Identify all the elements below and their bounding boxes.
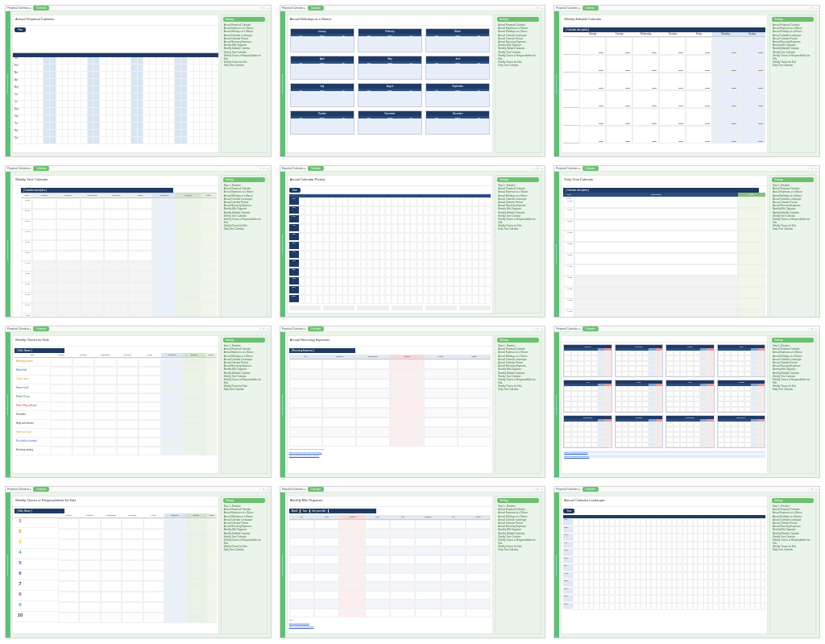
- settings-button[interactable]: Settings: [497, 17, 539, 22]
- search-icon[interactable]: ⌕: [808, 327, 810, 330]
- search-icon[interactable]: ⌕: [533, 167, 535, 170]
- refresh-icon[interactable]: ↻: [811, 167, 814, 170]
- settings-button[interactable]: Settings: [772, 498, 814, 503]
- refresh-icon[interactable]: ↻: [537, 167, 539, 170]
- sidebar-item[interactable]: Weekly Chores or Responsibilities for Ki…: [770, 218, 815, 224]
- refresh-icon[interactable]: ↻: [811, 6, 814, 10]
- settings-button[interactable]: Settings: [223, 177, 265, 182]
- template-thumbnail[interactable]: Perpetual Calendars ▸ Calendar ⌕ ↻ ⋯ Tem…: [280, 5, 546, 157]
- calendar-dropdown[interactable]: Calendar: [582, 166, 599, 171]
- more-icon[interactable]: ⋯: [815, 488, 818, 491]
- breadcrumb[interactable]: Perpetual Calendars ▸: [7, 327, 31, 330]
- sidebar-item[interactable]: Daily Time Calendar: [495, 227, 541, 231]
- link[interactable]: https://example.com/organizer: [289, 625, 314, 627]
- refresh-icon[interactable]: ↻: [263, 488, 265, 491]
- sidebar-item[interactable]: Weekly Chores or Responsibilities for Ki…: [495, 538, 541, 545]
- more-icon[interactable]: ⋯: [815, 167, 818, 170]
- sidebar-item[interactable]: Daily Time Calendar: [222, 548, 267, 551]
- year-pill[interactable]: Year: [289, 188, 301, 193]
- search-icon[interactable]: ⌕: [808, 167, 810, 170]
- more-icon[interactable]: ⋯: [541, 167, 543, 170]
- template-thumbnail[interactable]: Perpetual Calendars ▸ Calendar ⌕ ↻ ⋯ Tem…: [5, 5, 272, 157]
- calendar-dropdown[interactable]: Calendar: [582, 326, 599, 331]
- refresh-icon[interactable]: ↻: [811, 488, 814, 491]
- search-icon[interactable]: ⌕: [259, 167, 261, 170]
- calendar-dropdown[interactable]: Calendar: [582, 487, 599, 492]
- sidebar-item[interactable]: Weekly Chores or Responsibilities for Ki…: [770, 54, 815, 60]
- settings-button[interactable]: Settings: [772, 17, 814, 22]
- settings-button[interactable]: Settings: [497, 498, 539, 503]
- breadcrumb[interactable]: Perpetual Calendars ▸: [7, 167, 31, 170]
- calendar-dropdown[interactable]: Calendar: [308, 6, 324, 10]
- link[interactable]: https://example.com/recurring-expenses: [289, 451, 322, 453]
- calendar-dropdown[interactable]: Calendar: [308, 326, 324, 331]
- settings-button[interactable]: Settings: [772, 177, 814, 182]
- calendar-dropdown[interactable]: Calendar: [33, 487, 49, 492]
- sidebar-item[interactable]: Daily Time Calendar: [222, 64, 267, 67]
- more-icon[interactable]: ⋯: [267, 6, 269, 10]
- breadcrumb[interactable]: Perpetual Calendars ▸: [7, 488, 31, 491]
- template-thumbnail[interactable]: Perpetual Calendars ▸ Calendar ⌕ ↻ ⋯ Tem…: [5, 326, 272, 478]
- link[interactable]: https://example.com/calendars: [563, 455, 765, 458]
- breadcrumb[interactable]: Perpetual Calendars ▸: [556, 488, 580, 491]
- breadcrumb[interactable]: Perpetual Calendars ▸: [282, 167, 306, 170]
- breadcrumb[interactable]: Perpetual Calendars ▸: [282, 6, 306, 10]
- sidebar-item[interactable]: Weekly Chores or Responsibilities for Ki…: [222, 218, 267, 224]
- breadcrumb[interactable]: Perpetual Calendars ▸: [282, 488, 306, 491]
- calendar-dropdown[interactable]: Calendar: [308, 166, 324, 171]
- template-thumbnail[interactable]: Perpetual Calendars ▸ Calendar ⌕ ↻ ⋯ Tem…: [553, 326, 820, 478]
- settings-button[interactable]: Settings: [223, 338, 265, 343]
- link[interactable]: https://example.com/monthly: [563, 451, 765, 454]
- sidebar-item[interactable]: Daily Time Calendar: [222, 388, 267, 391]
- template-thumbnail[interactable]: Perpetual Calendars ▸ Calendar ⌕ ↻ ⋯ Tem…: [280, 326, 546, 478]
- sidebar-item[interactable]: Daily Time Calendar: [222, 227, 267, 231]
- template-thumbnail[interactable]: Perpetual Calendars ▸ Calendar ⌕ ↻ ⋯ Tem…: [553, 165, 820, 318]
- refresh-icon[interactable]: ↻: [537, 488, 539, 491]
- sidebar-item[interactable]: Weekly Chores or Responsibilities for Ki…: [222, 54, 267, 60]
- sidebar-item[interactable]: Weekly Chores or Responsibilities for Ki…: [495, 218, 541, 224]
- search-icon[interactable]: ⌕: [533, 6, 535, 10]
- settings-button[interactable]: Settings: [223, 498, 265, 503]
- more-icon[interactable]: ⋯: [541, 6, 543, 10]
- more-icon[interactable]: ⋯: [267, 167, 269, 170]
- more-icon[interactable]: ⋯: [815, 327, 818, 330]
- search-icon[interactable]: ⌕: [259, 6, 261, 10]
- refresh-icon[interactable]: ↻: [263, 167, 265, 170]
- sidebar-item[interactable]: Weekly Chores or Responsibilities for Ki…: [495, 378, 541, 384]
- breadcrumb[interactable]: Perpetual Calendars ▸: [282, 327, 306, 330]
- refresh-icon[interactable]: ↻: [263, 6, 265, 10]
- template-thumbnail[interactable]: Perpetual Calendars ▸ Calendar ⌕ ↻ ⋯ Tem…: [280, 165, 546, 318]
- calendar-dropdown[interactable]: Calendar: [308, 487, 324, 492]
- template-thumbnail[interactable]: Perpetual Calendars ▸ Calendar ⌕ ↻ ⋯ Tem…: [553, 5, 820, 157]
- settings-button[interactable]: Settings: [223, 17, 265, 22]
- year-pill[interactable]: Year: [563, 509, 574, 513]
- more-icon[interactable]: ⋯: [267, 327, 269, 330]
- search-icon[interactable]: ⌕: [808, 488, 810, 491]
- calendar-dropdown[interactable]: Calendar: [33, 166, 49, 171]
- sidebar-item[interactable]: Daily Time Calendar: [770, 64, 815, 67]
- sidebar-item[interactable]: Weekly Chores or Responsibilities for Ki…: [222, 538, 267, 545]
- sidebar-item[interactable]: Weekly Chores or Responsibilities for Ki…: [770, 538, 815, 545]
- sidebar-item[interactable]: Daily Time Calendar: [495, 388, 541, 391]
- search-icon[interactable]: ⌕: [533, 488, 535, 491]
- sidebar-item[interactable]: Weekly Chores or Responsibilities for Ki…: [770, 378, 815, 384]
- calendar-dropdown[interactable]: Calendar: [582, 6, 599, 10]
- search-icon[interactable]: ⌕: [808, 6, 810, 10]
- breadcrumb[interactable]: Perpetual Calendars ▸: [7, 6, 31, 10]
- refresh-icon[interactable]: ↻: [811, 327, 814, 330]
- bill-tabs[interactable]: MonthYearSort your bills: [289, 509, 376, 513]
- more-icon[interactable]: ⋯: [541, 327, 543, 330]
- refresh-icon[interactable]: ↻: [537, 6, 539, 10]
- more-icon[interactable]: ⋯: [541, 488, 543, 491]
- breadcrumb[interactable]: Perpetual Calendars ▸: [556, 167, 580, 170]
- settings-button[interactable]: Settings: [497, 338, 539, 343]
- breadcrumb[interactable]: Perpetual Calendars ▸: [556, 327, 580, 330]
- search-icon[interactable]: ⌕: [259, 327, 261, 330]
- sidebar-item[interactable]: Daily Time Calendar: [770, 548, 815, 551]
- refresh-icon[interactable]: ↻: [263, 327, 265, 330]
- more-icon[interactable]: ⋯: [267, 488, 269, 491]
- sidebar-item[interactable]: Daily Time Calendar: [495, 64, 541, 67]
- more-icon[interactable]: ⋯: [815, 6, 818, 10]
- sidebar-item[interactable]: Daily Time Calendar: [495, 548, 541, 551]
- template-thumbnail[interactable]: Perpetual Calendars ▸ Calendar ⌕ ↻ ⋯ Tem…: [280, 486, 546, 638]
